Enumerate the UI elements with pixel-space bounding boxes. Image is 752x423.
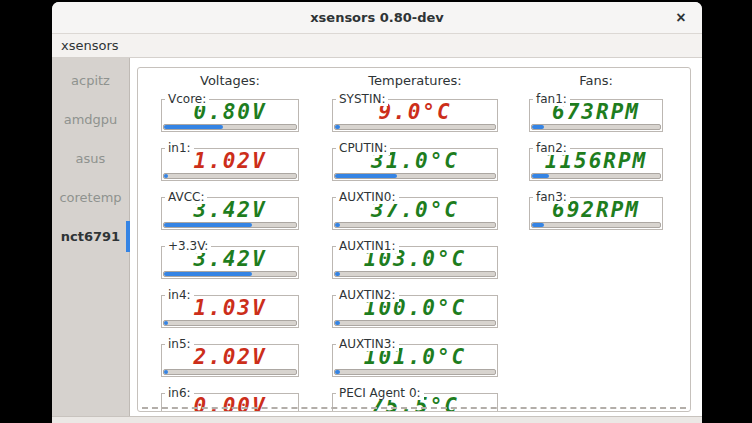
sensor-in5: in5: 2.02V [161, 337, 299, 377]
sensor-progressbar [334, 271, 496, 277]
sensor-label: AUXTIN3: [336, 337, 399, 351]
sensor-label: fan1: [533, 92, 570, 106]
fans-column: Fans: fan1: 673RPM fan2: 1156RPM [529, 68, 663, 411]
fans-header: Fans: [529, 73, 663, 88]
progress-fill [532, 125, 544, 129]
window-bottom-edge [52, 416, 702, 423]
sensor-auxtin3: AUXTIN3: 101.0°C [332, 337, 498, 377]
sensor-label: AUXTIN1: [336, 239, 399, 253]
sensor-label: in4: [165, 288, 194, 302]
progress-fill [532, 223, 544, 227]
tab-label: nct6791 [61, 229, 120, 244]
sensor-auxtin2: AUXTIN2: 100.0°C [332, 288, 498, 328]
sensor-progressbar [163, 124, 297, 130]
sensor-label: in5: [165, 337, 194, 351]
sensor-systin: SYSTIN: 9.0°C [332, 92, 498, 132]
sensor-label: CPUTIN: [336, 141, 390, 155]
tab-amdgpu[interactable]: amdgpu [52, 100, 129, 139]
sensor-label: fan2: [533, 141, 570, 155]
desktop: xsensors 0.80-dev × xsensors acpitz amdg… [0, 0, 752, 423]
sensor-progressbar [163, 222, 297, 228]
notebook-page-nct6791: Voltages: Vcore: 0.80V in1: 1.02V [131, 58, 702, 417]
sensor-progressbar [334, 369, 496, 375]
sensor-progressbar [334, 320, 496, 326]
active-tab-indicator [126, 221, 130, 252]
sensor-in4: in4: 1.03V [161, 288, 299, 328]
tab-acpitz[interactable]: acpitz [52, 61, 129, 100]
sensor-label: AUXTIN0: [336, 190, 399, 204]
temperatures-column: Temperatures: SYSTIN: 9.0°C CPUTIN: 3 [332, 68, 498, 411]
sensor-label: AUXTIN2: [336, 288, 399, 302]
progress-fill [164, 174, 168, 178]
sensor-label: AVCC: [165, 190, 207, 204]
progress-fill [164, 223, 252, 227]
menu-xsensors[interactable]: xsensors [52, 34, 128, 57]
menubar: xsensors [52, 34, 702, 58]
sensors-scroll-area[interactable]: Voltages: Vcore: 0.80V in1: 1.02V [137, 67, 691, 412]
sensor-progressbar [531, 222, 661, 228]
sensor-fan3: fan3: 692RPM [529, 190, 663, 230]
sensor-progressbar [163, 271, 297, 277]
sensor-3v3: +3.3V: 3.42V [161, 239, 299, 279]
sensor-avcc: AVCC: 3.42V [161, 190, 299, 230]
window-title: xsensors 0.80-dev [52, 2, 702, 33]
progress-fill [335, 272, 340, 276]
sensor-vcore: Vcore: 0.80V [161, 92, 299, 132]
voltages-column: Voltages: Vcore: 0.80V in1: 1.02V [161, 68, 299, 411]
sensor-progressbar [531, 124, 661, 130]
sensor-auxtin0: AUXTIN0: 37.0°C [332, 190, 498, 230]
sensor-progressbar [334, 173, 496, 179]
sensor-progressbar [163, 173, 297, 179]
xsensors-window: xsensors 0.80-dev × xsensors acpitz amdg… [52, 2, 702, 423]
sensor-label: +3.3V: [165, 239, 211, 253]
sensor-label: Vcore: [165, 92, 209, 106]
progress-fill [335, 125, 340, 129]
sensor-label: PECI Agent 0: [336, 386, 424, 400]
titlebar[interactable]: xsensors 0.80-dev × [52, 2, 702, 34]
sensor-progressbar [531, 173, 661, 179]
sensor-label: SYSTIN: [336, 92, 388, 106]
tab-asus[interactable]: asus [52, 139, 129, 178]
progress-fill [335, 223, 340, 227]
sensor-in1: in1: 1.02V [161, 141, 299, 181]
progress-fill [335, 174, 397, 178]
sensor-label: in1: [165, 141, 194, 155]
voltages-header: Voltages: [161, 73, 299, 88]
sensor-label: in6: [165, 386, 194, 400]
sensor-fan2: fan2: 1156RPM [529, 141, 663, 181]
progress-fill [164, 125, 223, 129]
tab-coretemp[interactable]: coretemp [52, 178, 129, 217]
sensor-cputin: CPUTIN: 31.0°C [332, 141, 498, 181]
sensor-auxtin1: AUXTIN1: 103.0°C [332, 239, 498, 279]
sensor-progressbar [334, 222, 496, 228]
close-icon[interactable]: × [668, 2, 694, 33]
progress-fill [335, 321, 340, 325]
progress-fill [335, 370, 340, 374]
temperatures-header: Temperatures: [332, 73, 498, 88]
sensor-progressbar [334, 124, 496, 130]
notebook: acpitz amdgpu asus coretemp nct6791 Volt… [52, 58, 702, 417]
sensor-chip-tabs: acpitz amdgpu asus coretemp nct6791 [52, 58, 130, 417]
progress-fill [164, 321, 168, 325]
sensor-label: fan3: [533, 190, 570, 204]
tab-nct6791[interactable]: nct6791 [52, 217, 129, 256]
progress-fill [164, 272, 252, 276]
progress-fill [532, 174, 549, 178]
sensor-progressbar [163, 320, 297, 326]
progress-fill [164, 370, 168, 374]
scroll-undershoot-indicator [142, 407, 686, 409]
sensor-progressbar [163, 369, 297, 375]
sensor-fan1: fan1: 673RPM [529, 92, 663, 132]
